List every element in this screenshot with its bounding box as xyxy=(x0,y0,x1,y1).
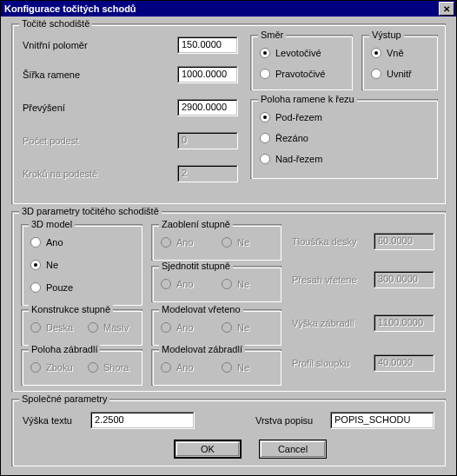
group-step-construction: Konstrukce stupně Deska Masív xyxy=(21,309,142,346)
group-title: Konstrukce stupně xyxy=(29,304,113,314)
radio-model-only[interactable]: Pouze xyxy=(30,282,73,293)
input-layer[interactable]: POPIS_SCHODU xyxy=(330,412,434,429)
radio-spindle-no: Ne xyxy=(222,322,249,333)
input-inner-radius[interactable]: 150.0000 xyxy=(177,36,238,54)
group-spiral-staircase: Točité schodiště Vnitřní poloměr 150.000… xyxy=(11,23,446,204)
group-title: Zaoblení stupně xyxy=(159,219,233,229)
label-rise: Převýšení xyxy=(23,102,65,113)
group-title: Výstup xyxy=(369,30,404,40)
group-title: 3D model xyxy=(29,219,75,229)
label-post-profile: Profil sloupku xyxy=(292,358,349,368)
window-title: Konfigurace točitých schodů xyxy=(4,3,439,14)
radio-modelrail-no: Ne xyxy=(222,362,249,373)
dialog-window: Konfigurace točitých schodů ✕ Točité sch… xyxy=(0,0,457,476)
radio-left[interactable]: Levotočivé xyxy=(260,48,321,58)
radio-rail-side: Zboku xyxy=(30,362,73,373)
radio-modelrail-yes: Ano xyxy=(161,362,194,373)
group-title: Směr xyxy=(258,30,286,40)
group-title: Poloha ramene k řezu xyxy=(258,94,357,104)
group-title: Sjednotit stupně xyxy=(159,261,233,271)
radio-round-yes: Ano xyxy=(161,237,194,248)
input-rail-height: 1100.0000 xyxy=(374,314,434,332)
input-slab-thickness: 60.0000 xyxy=(374,233,434,250)
group-title: 3D parametry točitého schodiště xyxy=(19,206,162,216)
label-landings: Počet podest xyxy=(23,136,78,146)
radio-below-cut[interactable]: Pod-řezem xyxy=(260,112,322,122)
group-common: Společné parametry Výška textu 2.2500 Vr… xyxy=(11,399,446,466)
radio-unify-no: Ne xyxy=(222,279,249,289)
input-landings: 0 xyxy=(177,132,238,149)
radio-con-slab: Deska xyxy=(30,322,73,333)
group-rail-position: Poloha zábradlí Zboku Shora xyxy=(21,349,142,386)
close-button[interactable]: ✕ xyxy=(439,2,454,16)
title-bar: Konfigurace točitých schodů ✕ xyxy=(1,1,456,17)
cancel-button[interactable]: Cancel xyxy=(259,440,327,459)
label-inner-radius: Vnitřní poloměr xyxy=(23,40,88,50)
group-cut-position: Poloha ramene k řezu Pod-řezem Řezáno Na… xyxy=(250,99,438,179)
radio-model-yes[interactable]: Ano xyxy=(30,237,63,248)
radio-rail-top: Shora xyxy=(88,362,129,373)
radio-model-no[interactable]: Ne xyxy=(30,260,58,270)
group-exit: Výstup Vně Uvnitř xyxy=(361,35,438,90)
group-title: Modelovat zábradlí xyxy=(159,344,245,354)
label-rail-height: Výška zábradlí xyxy=(292,318,354,328)
group-title: Poloha zábradlí xyxy=(29,344,100,354)
input-steps-per-landing: 2 xyxy=(177,165,238,182)
group-3d-model: 3D model Ano Ne Pouze xyxy=(21,224,142,306)
radio-outside[interactable]: Vně xyxy=(371,48,404,58)
radio-inside[interactable]: Uvnitř xyxy=(371,69,412,79)
group-3d-params: 3D parametry točitého schodiště 3D model… xyxy=(11,211,446,392)
label-text-height: Výška textu xyxy=(23,415,72,426)
label-layer: Vrstva popisu xyxy=(255,415,313,426)
radio-right[interactable]: Pravotočivé xyxy=(260,69,325,79)
input-text-height[interactable]: 2.2500 xyxy=(90,412,195,429)
label-arm-width: Šířka ramene xyxy=(23,69,80,80)
label-spindle-overhang: Přesah vřetene xyxy=(292,274,357,285)
radio-through-cut[interactable]: Řezáno xyxy=(260,133,308,143)
group-model-spindle: Modelovat vřeteno Ano Ne xyxy=(151,309,281,346)
input-spindle-overhang: 300.0000 xyxy=(374,271,434,288)
label-steps-per-landing: Kroků na podestě xyxy=(23,169,97,179)
input-rise[interactable]: 2900.0000 xyxy=(177,99,238,116)
input-post-profile: 40.0000 xyxy=(374,354,434,372)
radio-above-cut[interactable]: Nad-řezem xyxy=(260,154,322,164)
group-unify-steps: Sjednotit stupně Ano Ne xyxy=(151,266,281,302)
input-arm-width[interactable]: 1000.0000 xyxy=(177,66,238,83)
group-title: Společné parametry xyxy=(19,393,109,404)
group-model-rail: Modelovat zábradlí Ano Ne xyxy=(151,349,281,386)
group-direction: Směr Levotočivé Pravotočivé xyxy=(250,35,353,90)
ok-button[interactable]: OK xyxy=(174,440,242,459)
radio-round-no: Ne xyxy=(222,237,249,248)
label-slab-thickness: Tloušťka desky xyxy=(292,236,356,247)
radio-spindle-yes: Ano xyxy=(161,322,194,333)
group-title: Modelovat vřeteno xyxy=(159,304,243,314)
group-title: Točité schodiště xyxy=(19,18,92,29)
radio-unify-yes: Ano xyxy=(161,279,194,289)
radio-con-solid: Masív xyxy=(88,322,129,333)
group-round-step: Zaoblení stupně Ano Ne xyxy=(151,224,281,261)
